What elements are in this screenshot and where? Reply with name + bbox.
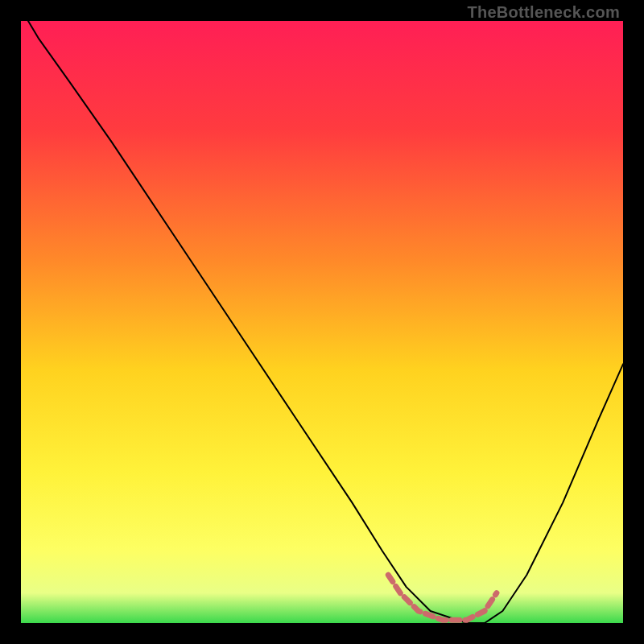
plot-area <box>21 21 623 623</box>
bottleneck-chart <box>21 21 623 623</box>
gradient-background <box>21 21 623 623</box>
chart-frame: TheBottleneck.com <box>0 0 644 644</box>
watermark-text: TheBottleneck.com <box>467 3 620 22</box>
